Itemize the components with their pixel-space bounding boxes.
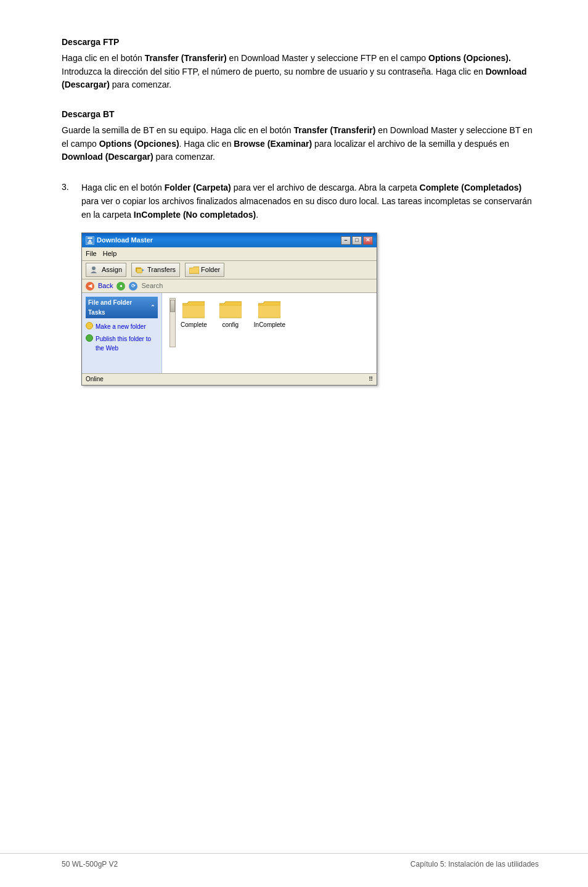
item3-t1: Haga clic en el botón (81, 183, 165, 192)
sidebar-link2-text: Publish this folder to the Web (96, 334, 158, 353)
transfers-button[interactable]: Transfers (131, 263, 180, 277)
assign-icon (90, 266, 100, 274)
svg-marker-1 (88, 239, 92, 242)
ftp-text-3: Introduzca la dirección del sitio FTP, e… (62, 67, 486, 76)
incomplete-folder-label: InComplete (254, 320, 285, 330)
complete-folder-icon (182, 300, 205, 319)
item3-number: 3. (62, 181, 74, 386)
bt-bold-2: Options (Opciones) (99, 139, 179, 149)
sidebar-header-text: File and Folder Tasks (88, 298, 150, 317)
item3-t4: . (256, 210, 258, 220)
status-text: Online (86, 374, 104, 384)
refresh-icon[interactable]: ⟳ (129, 282, 137, 291)
bt-text-1: Guarde la semilla de BT en su equipo. Ha… (62, 125, 293, 135)
ftp-bold-2: Options (Opciones). (428, 53, 511, 63)
window-sidebar: File and Folder Tasks ⌃ Make a new folde… (82, 293, 162, 373)
bt-bold-4: Download (Descargar) (62, 152, 153, 162)
folder-config[interactable]: config (219, 300, 242, 330)
config-folder-label: config (222, 320, 239, 330)
ftp-heading: Descarga FTP (62, 37, 539, 47)
menu-file[interactable]: File (86, 249, 97, 259)
scrollbar-area: Complete config (169, 298, 369, 347)
back-label[interactable]: Back (98, 281, 113, 291)
assign-icon-svg (90, 266, 100, 274)
transfers-label: Transfers (147, 265, 176, 275)
page-footer: 50 WL-500gP V2 Capítulo 5: Instalación d… (0, 853, 588, 868)
item3-b3: InComplete (No completados) (134, 210, 256, 220)
folders-container: Complete config (181, 298, 285, 330)
bt-text-5: para comenzar. (153, 152, 215, 162)
incomplete-folder-icon (258, 300, 280, 319)
folder-complete[interactable]: Complete (181, 300, 207, 330)
window-title: Download Master (97, 235, 153, 245)
menubar: File Help (82, 247, 377, 261)
back-circle-icon[interactable]: ◀ (86, 282, 94, 291)
download-master-window: Download Master – □ ✕ File Help (81, 233, 377, 386)
toolbar: Assign Transfers (82, 261, 377, 279)
close-button[interactable]: ✕ (363, 236, 373, 245)
bt-heading: Descarga BT (62, 109, 539, 119)
config-folder-icon (219, 300, 242, 319)
bt-body: Guarde la semilla de BT en su equipo. Ha… (62, 124, 539, 164)
bt-bold-1: Transfer (Transferir) (293, 125, 375, 135)
navbar: ◀ Back ● ⟳ Search (82, 279, 377, 293)
scrollbar[interactable] (169, 298, 176, 347)
ftp-heading-text: Descarga FTP (62, 37, 119, 47)
ftp-text-4: para comenzar. (110, 80, 171, 89)
folder-label: Folder (201, 265, 220, 275)
item3-t2: para ver el archivo de descarga. Abra la… (231, 183, 420, 192)
download-icon (87, 237, 93, 244)
assign-button[interactable]: Assign (86, 263, 126, 277)
scrollbar-thumb[interactable] (170, 300, 175, 312)
window-main: Complete config (162, 293, 377, 373)
ftp-text-2: en Download Master y seleccione FTP en e… (227, 53, 428, 63)
complete-folder-label: Complete (181, 320, 207, 330)
numbered-item-3: 3. Haga clic en el botón Folder (Carpeta… (62, 181, 539, 386)
bt-bold-3: Browse (Examinar) (234, 139, 312, 149)
resize-grip-icon: ⠿ (365, 376, 373, 382)
search-label[interactable]: Search (141, 281, 163, 291)
sidebar-header: File and Folder Tasks ⌃ (86, 297, 158, 318)
sidebar-chevron-icon: ⌃ (150, 303, 155, 312)
minimize-button[interactable]: – (341, 236, 351, 245)
restore-button[interactable]: □ (352, 236, 362, 245)
ftp-body: Haga clic en el botón Transfer (Transfer… (62, 52, 539, 92)
ftp-text-1: Haga clic en el botón (62, 53, 145, 63)
new-folder-icon (86, 322, 93, 329)
footer-right: Capítulo 5: Instalación de las utilidade… (410, 860, 539, 868)
folder-icon-svg (189, 266, 199, 274)
sidebar-link1-text: Make a new folder (96, 322, 146, 332)
title-icon (86, 236, 94, 245)
item3-text: Haga clic en el botón Folder (Carpeta) p… (81, 181, 539, 386)
item3-b1: Folder (Carpeta) (165, 183, 231, 192)
menu-help[interactable]: Help (103, 249, 117, 259)
bt-text-4: para localizar el archivo de la semilla … (312, 139, 509, 149)
svg-rect-2 (88, 242, 92, 244)
folder-icon (189, 266, 199, 274)
item3-b2: Complete (Completados) (420, 183, 522, 192)
titlebar: Download Master – □ ✕ (82, 233, 377, 247)
bt-heading-text: Descarga BT (62, 109, 115, 119)
window-body: File and Folder Tasks ⌃ Make a new folde… (82, 293, 377, 373)
forward-icon[interactable]: ● (116, 282, 125, 291)
svg-point-3 (92, 266, 96, 270)
bt-text-3: . Haga clic en (179, 139, 234, 149)
publish-icon (86, 334, 93, 342)
svg-rect-0 (88, 237, 92, 239)
statusbar: Online ⠿ (82, 373, 377, 385)
sidebar-link-new-folder[interactable]: Make a new folder (86, 322, 158, 332)
folder-button[interactable]: Folder (185, 263, 224, 277)
sidebar-link-publish[interactable]: Publish this folder to the Web (86, 334, 158, 353)
svg-rect-5 (137, 268, 142, 273)
transfers-icon-svg (136, 266, 145, 274)
folder-incomplete[interactable]: InComplete (254, 300, 285, 330)
page-content: Descarga FTP Haga clic en el botón Trans… (0, 0, 588, 447)
transfers-icon (136, 266, 145, 274)
svg-marker-6 (142, 269, 145, 271)
titlebar-buttons[interactable]: – □ ✕ (341, 236, 373, 245)
ftp-bold-1: Transfer (Transferir) (145, 53, 227, 63)
assign-label: Assign (102, 265, 122, 275)
titlebar-left: Download Master (86, 235, 153, 245)
footer-left: 50 WL-500gP V2 (62, 860, 118, 868)
statusbar-right: ⠿ (365, 376, 373, 382)
